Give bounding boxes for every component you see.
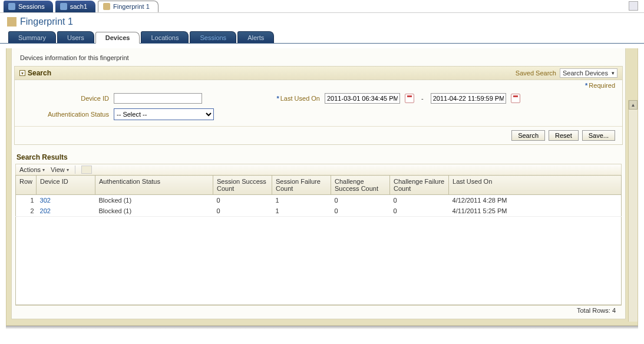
results-toolbar: Actions▾ View▾: [15, 164, 622, 175]
view-menu[interactable]: View▾: [51, 166, 69, 173]
table-row[interactable]: 1 302 Blocked (1) 0 1 0 0 4/12/2011 4:28…: [16, 195, 622, 206]
tab-label: sach1: [70, 3, 87, 10]
auth-status-label: Authentication Status: [38, 111, 109, 118]
scroll-up-icon[interactable]: ▲: [629, 100, 638, 110]
col-row[interactable]: Row: [16, 176, 37, 195]
auth-status-select[interactable]: -- Select --: [114, 108, 214, 120]
cell-challenge-failure: 0: [390, 195, 449, 206]
table-row[interactable]: 2 202 Blocked (1) 0 1 0 0 4/11/2011 5:25…: [16, 206, 622, 217]
saved-search-label: Saved Search: [516, 70, 556, 77]
drop-shadow: [6, 326, 638, 329]
search-header: ▾ Search Saved Search Search Devices ▾: [15, 67, 622, 80]
breadcrumb-tab-sessions[interactable]: Sessions: [4, 1, 53, 12]
cell-session-success: 0: [213, 195, 272, 206]
toolbar-separator: [75, 166, 75, 174]
fingerprint-icon: [7, 17, 16, 27]
save-button[interactable]: Save...: [582, 130, 615, 141]
calendar-icon[interactable]: [405, 94, 414, 103]
asterisk-icon: *: [585, 82, 587, 89]
col-device-id[interactable]: Device ID: [37, 176, 95, 195]
cell-challenge-success: 0: [331, 206, 390, 217]
date-range-separator: -: [421, 95, 424, 102]
chevron-down-icon: ▾: [67, 167, 69, 173]
col-auth-status[interactable]: Authentication Status: [95, 176, 213, 195]
cell-device-id[interactable]: 302: [37, 195, 95, 206]
fingerprint-icon: [103, 3, 110, 10]
date-to-input[interactable]: [431, 93, 506, 104]
required-note: *Required: [15, 80, 622, 91]
panel-description: Devices information for this fingerprint: [12, 48, 625, 66]
col-challenge-failure[interactable]: Challenge Failure Count: [390, 176, 449, 195]
tab-summary[interactable]: Summary: [8, 31, 56, 43]
device-id-label: Device ID: [38, 95, 109, 102]
tab-users[interactable]: Users: [57, 31, 94, 43]
col-session-failure[interactable]: Session Failure Count: [272, 176, 331, 195]
breadcrumb-tabs: Sessions sach1 Fingerprint 1: [0, 0, 644, 13]
scrollbar[interactable]: ▲ ▼: [628, 100, 638, 322]
cell-device-id[interactable]: 202: [37, 206, 95, 217]
last-used-label: *Last Used On: [249, 95, 320, 102]
results-table: Row Device ID Authentication Status Sess…: [15, 175, 622, 305]
table-empty-space: [16, 217, 622, 305]
actions-menu[interactable]: Actions▾: [19, 166, 45, 173]
cell-challenge-success: 0: [331, 195, 390, 206]
cell-row: 2: [16, 206, 37, 217]
cell-auth-status: Blocked (1): [95, 206, 213, 217]
cell-session-failure: 1: [272, 195, 331, 206]
cell-auth-status: Blocked (1): [95, 195, 213, 206]
results-section: Search Results Actions▾ View▾ Row Device…: [15, 152, 622, 305]
search-panel: ▾ Search Saved Search Search Devices ▾ *…: [14, 66, 623, 145]
cell-session-success: 0: [213, 206, 272, 217]
cell-last-used: 4/11/2011 5:25 PM: [449, 206, 622, 217]
results-title: Search Results: [15, 152, 622, 164]
tab-locations[interactable]: Locations: [141, 31, 189, 43]
saved-search-select[interactable]: Search Devices ▾: [560, 68, 617, 78]
device-id-input[interactable]: [114, 93, 202, 104]
tab-label: Sessions: [18, 3, 45, 10]
detail-tabs: Summary Users Devices Locations Sessions…: [0, 31, 644, 44]
col-last-used[interactable]: Last Used On: [449, 176, 622, 195]
table-header-row: Row Device ID Authentication Status Sess…: [16, 176, 622, 195]
collapse-icon[interactable]: ▾: [19, 70, 25, 76]
search-title: Search: [28, 69, 51, 77]
user-icon: [60, 3, 67, 10]
cell-challenge-failure: 0: [390, 206, 449, 217]
cell-last-used: 4/12/2011 4:28 PM: [449, 195, 622, 206]
breadcrumb-tab-fingerprint[interactable]: Fingerprint 1: [98, 1, 158, 12]
total-rows: Total Rows: 4: [15, 305, 622, 315]
calendar-icon[interactable]: [511, 94, 520, 103]
search-form: Device ID Authentication Status -- Selec…: [15, 91, 622, 126]
search-button[interactable]: Search: [511, 130, 545, 141]
reset-button[interactable]: Reset: [549, 130, 579, 141]
sessions-icon: [8, 3, 15, 10]
scroll-track[interactable]: [629, 110, 638, 344]
content-wrap: ▲ ▼ Devices information for this fingerp…: [6, 48, 638, 326]
col-challenge-success[interactable]: Challenge Success Count: [331, 176, 390, 195]
tab-sessions[interactable]: Sessions: [190, 31, 236, 43]
tab-devices[interactable]: Devices: [95, 32, 140, 44]
tab-label: Fingerprint 1: [113, 3, 150, 10]
chevron-down-icon: ▾: [612, 70, 615, 76]
detach-icon[interactable]: [81, 166, 92, 174]
saved-search-value: Search Devices: [563, 70, 608, 77]
tab-alerts[interactable]: Alerts: [237, 31, 274, 43]
col-session-success[interactable]: Session Success Count: [213, 176, 272, 195]
search-button-row: Search Reset Save...: [15, 126, 622, 144]
chevron-down-icon: ▾: [42, 167, 45, 173]
date-from-input[interactable]: [325, 93, 400, 104]
page-action-icon[interactable]: [629, 1, 638, 11]
cell-session-failure: 1: [272, 206, 331, 217]
page-title: Fingerprint 1: [20, 16, 73, 27]
page-title-row: Fingerprint 1: [0, 13, 644, 31]
breadcrumb-tab-user[interactable]: sach1: [55, 1, 95, 12]
cell-row: 1: [16, 195, 37, 206]
